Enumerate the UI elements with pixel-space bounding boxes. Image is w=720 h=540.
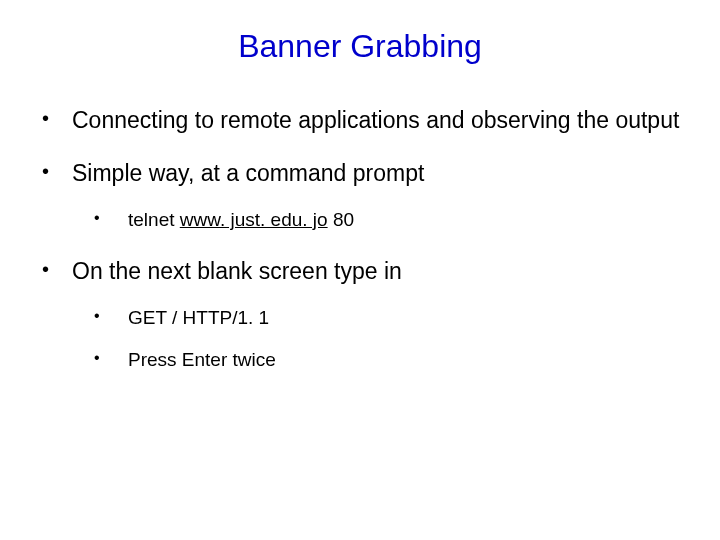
sub-bullet-text: Press Enter twice: [128, 349, 276, 370]
sub-bullet-item: telnet www. just. edu. jo 80: [72, 207, 690, 234]
sub-bullet-item: GET / HTTP/1. 1: [72, 305, 690, 332]
bullet-item: Simple way, at a command prompt telnet w…: [30, 158, 690, 234]
slide-title: Banner Grabbing: [30, 28, 690, 65]
bullet-list: Connecting to remote applications and ob…: [30, 105, 690, 374]
slide: Banner Grabbing Connecting to remote app…: [0, 0, 720, 540]
bullet-text: Simple way, at a command prompt: [72, 160, 424, 186]
sub-bullet-list: telnet www. just. edu. jo 80: [72, 207, 690, 234]
sub-bullet-text-prefix: telnet: [128, 209, 180, 230]
telnet-host-link[interactable]: www. just. edu. jo: [180, 209, 328, 230]
sub-bullet-text-suffix: 80: [328, 209, 354, 230]
bullet-text: Connecting to remote applications and ob…: [72, 107, 679, 133]
sub-bullet-list: GET / HTTP/1. 1 Press Enter twice: [72, 305, 690, 374]
sub-bullet-item: Press Enter twice: [72, 347, 690, 374]
bullet-item: Connecting to remote applications and ob…: [30, 105, 690, 136]
sub-bullet-text: GET / HTTP/1. 1: [128, 307, 269, 328]
bullet-text: On the next blank screen type in: [72, 258, 402, 284]
bullet-item: On the next blank screen type in GET / H…: [30, 256, 690, 374]
